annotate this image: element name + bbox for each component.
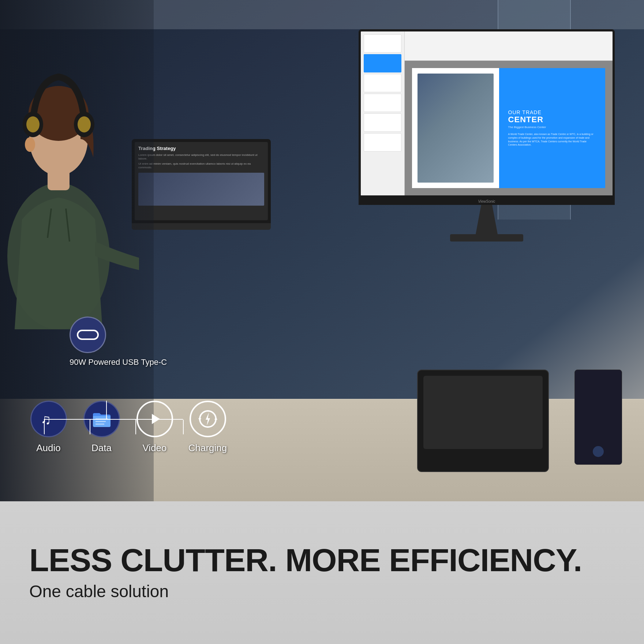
ppt-main: OUR TRADE CENTER The Biggest Business Ce… [405,31,613,195]
svg-marker-14 [206,412,210,426]
tree-horizontal-line [44,419,183,420]
slide-thumb-4 [364,94,401,112]
monitor-screen-content: OUR TRADE CENTER The Biggest Business Ce… [361,31,613,195]
audio-label: Audio [36,442,61,454]
photo-section: OUR TRADE CENTER The Biggest Business Ce… [0,0,644,501]
usb-c-pill-icon [77,330,99,340]
slide-thumb-3 [364,74,401,92]
bottom-banner: LESS CLUTTER. MORE EFFICIENCY. One cable… [0,501,644,644]
slide-pre-title: OUR TRADE [508,109,596,115]
usb-c-label: 90W Powered USB Type-C [70,357,167,367]
laptop-body-line-2: Ut enim ad minim veniam, quis nostrud ex… [138,162,264,170]
tree-vertical-line [106,401,107,419]
svg-marker-12 [214,417,217,420]
dark-box-accent [593,446,604,457]
charging-label: Charging [188,442,227,454]
laptop-screen-content: Trading Strategy Lorem ipsum dolor sit a… [135,142,268,220]
charging-circle [190,401,226,437]
tree-drop-data [90,420,90,434]
usb-diagram: 90W Powered USB Type-C ♫ [22,317,234,454]
tree-drop-video [135,420,136,434]
feature-icons-row: ♫ Audio [22,401,234,454]
slide-right: OUR TRADE CENTER The Biggest Business Ce… [499,68,605,188]
slide-left [412,68,499,188]
slide-thumb-1 [364,34,401,53]
slide-thumb-6 [364,133,401,151]
slide-thumb-2 [364,54,401,72]
slide-building-image [418,74,494,183]
person-svg [0,0,139,329]
tree-drop-charging [183,420,184,434]
monitor-base [450,234,523,242]
monitor-bezel-bottom: ViewSonic [359,198,615,205]
tree-diagram: ♫ Audio [22,401,234,454]
svg-marker-13 [198,418,201,421]
ppt-content: OUR TRADE CENTER The Biggest Business Ce… [405,61,613,195]
banner-headline: LESS CLUTTER. MORE EFFICIENCY. [29,544,615,576]
ppt-toolbar [405,31,613,61]
video-label: Video [142,442,166,454]
tablet-screen-area [423,376,543,449]
ppt-slide-main: OUR TRADE CENTER The Biggest Business Ce… [412,68,605,188]
ppt-sidebar [361,31,405,195]
monitor-screen: OUR TRADE CENTER The Biggest Business Ce… [359,29,615,198]
feature-charging: Charging [181,401,234,454]
slide-body: A World Trade Center, also known as Trad… [508,132,596,147]
slide-subtitle: The Biggest Business Center [508,126,596,129]
tree-drop-audio [44,420,45,434]
laptop-doc-title: Trading Strategy [138,146,264,151]
data-label: Data [91,442,112,454]
dark-box-speaker [574,370,622,465]
laptop-building-image [138,173,264,206]
laptop-body-line-1: Lorem ipsum dolor sit amet, consectetur … [138,153,264,161]
slide-thumb-5 [364,113,401,132]
feature-data: Data [75,401,128,454]
large-monitor: OUR TRADE CENTER The Biggest Business Ce… [359,29,615,220]
main-container: OUR TRADE CENTER The Biggest Business Ce… [0,0,644,644]
usb-c-icon-container: 90W Powered USB Type-C [70,317,234,367]
monitor-brand-logo: ViewSonic [478,199,495,203]
feature-audio: ♫ Audio [22,401,75,454]
charging-icon [198,409,217,428]
slide-title: CENTER [508,115,596,124]
svg-point-7 [78,116,91,132]
usb-c-circle [70,317,106,353]
banner-subline: One cable solution [29,581,615,601]
drawing-tablet [417,370,549,472]
svg-point-8 [25,137,35,152]
svg-point-6 [26,116,40,132]
